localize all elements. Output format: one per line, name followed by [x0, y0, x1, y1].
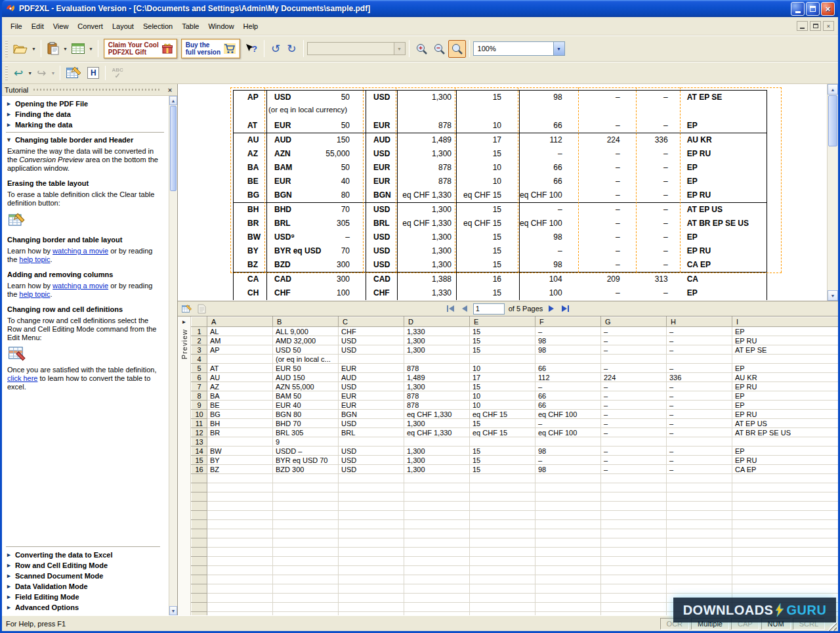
- preview-cell[interactable]: –: [601, 345, 667, 355]
- preview-cell[interactable]: [667, 520, 732, 529]
- tutorial-item[interactable]: ►Finding the data: [6, 109, 164, 120]
- doc-cell[interactable]: 98: [520, 258, 580, 273]
- preview-cell[interactable]: –: [601, 382, 667, 391]
- preview-cell[interactable]: [470, 502, 536, 511]
- preview-cell[interactable]: [667, 437, 732, 447]
- doc-cell[interactable]: –: [520, 202, 580, 217]
- preview-cell[interactable]: [601, 603, 667, 612]
- rotate-right-button[interactable]: ↻: [284, 41, 299, 56]
- preview-cell[interactable]: [667, 548, 732, 557]
- doc-cell[interactable]: 1,300: [398, 244, 457, 258]
- column-header-H[interactable]: H: [667, 317, 732, 327]
- preview-cell[interactable]: [732, 575, 839, 584]
- doc-cell[interactable]: BGN80: [267, 188, 366, 203]
- preview-cell[interactable]: –: [601, 336, 667, 345]
- preview-cell[interactable]: 10: [470, 364, 536, 373]
- preview-cell[interactable]: [667, 575, 732, 584]
- column-marker-line[interactable]: [518, 87, 518, 273]
- preview-cell[interactable]: [273, 575, 339, 584]
- doc-cell[interactable]: EP: [682, 175, 767, 188]
- tutorial-section-header[interactable]: ▼ Changing table border and Header: [6, 132, 164, 144]
- preview-cell[interactable]: [207, 538, 273, 548]
- doc-cell[interactable]: 313: [638, 272, 682, 286]
- preview-cell[interactable]: [273, 566, 339, 575]
- preview-cell[interactable]: BE: [207, 401, 273, 410]
- preview-cell[interactable]: [536, 538, 601, 548]
- preview-cell[interactable]: [536, 437, 601, 447]
- preview-cell[interactable]: eq CHF 1,330: [404, 428, 470, 437]
- column-header-E[interactable]: E: [470, 317, 536, 327]
- column-marker-line[interactable]: [264, 87, 265, 273]
- preview-cell[interactable]: EP RU: [732, 410, 839, 419]
- preview-cell[interactable]: [207, 492, 273, 502]
- doc-cell[interactable]: AT EP SE: [682, 91, 767, 119]
- preview-cell[interactable]: [207, 355, 273, 364]
- preview-cell[interactable]: [536, 502, 601, 511]
- preview-cell[interactable]: EP: [732, 401, 839, 410]
- preview-cell[interactable]: [404, 529, 470, 538]
- open-dropdown-arrow[interactable]: ▼: [30, 47, 37, 51]
- preview-cell[interactable]: [667, 511, 732, 520]
- preview-cell[interactable]: USD: [339, 456, 404, 465]
- doc-cell[interactable]: USD50(or eq in local currency): [267, 91, 366, 119]
- doc-cell[interactable]: 98: [520, 230, 580, 244]
- preview-cell[interactable]: –: [601, 465, 667, 474]
- preview-cell[interactable]: [470, 355, 536, 364]
- next-page-button[interactable]: [547, 305, 556, 313]
- preview-cell[interactable]: [339, 603, 404, 612]
- preview-cell[interactable]: EUR: [339, 364, 404, 373]
- preview-cell[interactable]: BH: [207, 419, 273, 428]
- preview-cell[interactable]: [404, 548, 470, 557]
- doc-cell[interactable]: 15: [457, 147, 520, 161]
- menu-item-edit[interactable]: Edit: [27, 20, 49, 32]
- preview-cell[interactable]: 1,300: [404, 465, 470, 474]
- preview-cell[interactable]: [273, 548, 339, 557]
- preview-cell[interactable]: [404, 520, 470, 529]
- preview-cell[interactable]: USD: [339, 336, 404, 345]
- preview-cell[interactable]: –: [601, 327, 667, 336]
- preview-cell[interactable]: BYR eq USD 70: [273, 456, 339, 465]
- doc-cell[interactable]: 224: [580, 133, 638, 147]
- doc-cell[interactable]: BHD70: [267, 202, 366, 217]
- preview-cell[interactable]: AT BR EP SE US: [732, 428, 839, 437]
- preview-cell[interactable]: [536, 612, 601, 616]
- preview-cell[interactable]: –: [601, 456, 667, 465]
- doc-cell[interactable]: eq CHF 100: [520, 217, 580, 230]
- doc-cell[interactable]: USD: [366, 244, 398, 258]
- doc-cell[interactable]: BY: [234, 244, 267, 258]
- preview-cell[interactable]: eq CHF 1,330: [404, 410, 470, 419]
- doc-cell[interactable]: BR: [234, 217, 267, 230]
- doc-cell[interactable]: –: [580, 202, 638, 217]
- rotate-left-button[interactable]: ↺: [268, 41, 284, 56]
- preview-cell[interactable]: eq CHF 100: [536, 410, 601, 419]
- document-close-button[interactable]: ×: [823, 21, 834, 31]
- menu-item-selection[interactable]: Selection: [138, 20, 177, 32]
- maximize-button[interactable]: [806, 2, 820, 16]
- doc-cell[interactable]: –: [580, 230, 638, 244]
- scrollbar-thumb[interactable]: [170, 106, 177, 191]
- tutorial-item[interactable]: ►Advanced Options: [6, 602, 160, 613]
- doc-cell[interactable]: CA EP: [682, 258, 767, 273]
- doc-cell[interactable]: 104: [520, 272, 580, 286]
- zoom-level-combobox[interactable]: 100% ▼: [473, 41, 565, 56]
- preview-cell[interactable]: [536, 529, 601, 538]
- preview-cell[interactable]: 15: [470, 327, 536, 336]
- preview-cell[interactable]: [404, 575, 470, 584]
- preview-cell[interactable]: [536, 520, 601, 529]
- doc-cell[interactable]: USD⁹–: [267, 230, 366, 244]
- preview-cell[interactable]: EUR 50: [273, 364, 339, 373]
- preview-cell[interactable]: EUR: [339, 391, 404, 401]
- doc-cell[interactable]: 66: [520, 175, 580, 188]
- preview-cell[interactable]: [470, 548, 536, 557]
- doc-cell[interactable]: CA: [682, 272, 767, 286]
- preview-cell[interactable]: AP: [207, 345, 273, 355]
- doc-cell[interactable]: 1,388: [398, 272, 457, 286]
- doc-cell[interactable]: 15: [457, 202, 520, 217]
- doc-cell[interactable]: EP: [682, 119, 767, 133]
- doc-cell[interactable]: 15: [457, 258, 520, 273]
- tutorial-item[interactable]: ►Marking the data: [6, 120, 164, 130]
- doc-cell[interactable]: AZ: [234, 147, 267, 161]
- preview-cell[interactable]: 98: [536, 345, 601, 355]
- doc-cell[interactable]: 1,300: [398, 202, 457, 217]
- column-header-I[interactable]: I: [732, 317, 839, 327]
